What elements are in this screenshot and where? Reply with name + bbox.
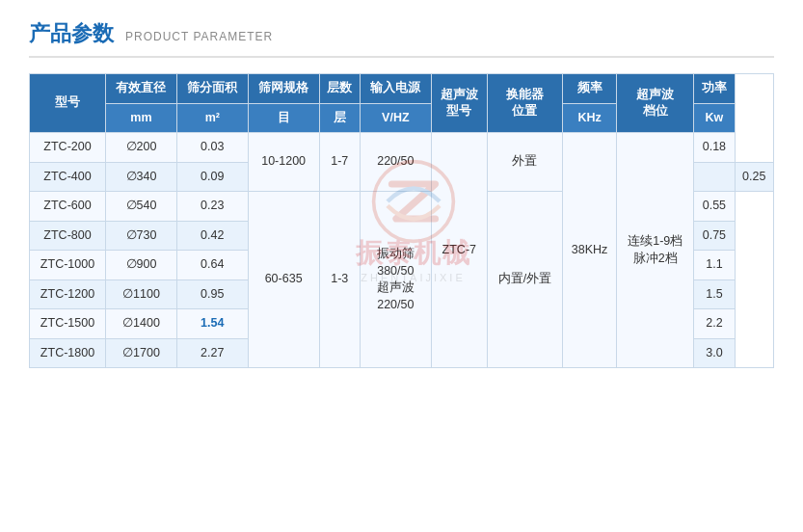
cell-area: 0.64 — [176, 251, 248, 280]
cell-diameter: ∅200 — [106, 133, 177, 163]
cell-model: ZTC-1800 — [30, 338, 106, 368]
col-unit-m2: m² — [176, 103, 248, 133]
cell-freq: 38KHz — [562, 133, 616, 368]
col-header-ultrasonic-model: 超声波型号 — [431, 74, 487, 133]
cell-transducer-2 — [694, 162, 735, 192]
cell-power-kw: 1.5 — [694, 279, 735, 309]
cell-area: 2.27 — [176, 338, 248, 368]
table-container: 振泰机械 ZHENTAIJIXIE 型号 有效直径 筛分面积 筛网规格 层数 输… — [29, 73, 774, 368]
col-header-transducer-pos: 换能器位置 — [487, 74, 562, 133]
cell-model: ZTC-1200 — [30, 279, 106, 309]
cell-power-kw: 0.25 — [735, 162, 773, 192]
cell-area: 0.23 — [176, 192, 248, 222]
cell-transducer-1: 外置 — [487, 133, 562, 192]
cell-diameter: ∅540 — [106, 192, 177, 222]
cell-area: 1.54 — [176, 309, 248, 339]
col-header-diameter: 有效直径 — [106, 74, 177, 104]
cell-layers-1: 1-7 — [319, 133, 360, 192]
col-header-power-input: 输入电源 — [360, 74, 431, 104]
cell-area: 0.09 — [176, 162, 248, 192]
cell-power-kw: 1.1 — [694, 251, 735, 280]
col-unit-mm: mm — [106, 103, 177, 133]
cell-model: ZTC-800 — [30, 221, 106, 251]
product-param-table: 型号 有效直径 筛分面积 筛网规格 层数 输入电源 超声波型号 换能器位置 频率… — [29, 73, 774, 368]
page-wrapper: 产品参数 PRODUCT PARAMETER 振泰机械 ZHENTAIJIXIE… — [0, 0, 803, 532]
cell-diameter: ∅340 — [106, 162, 177, 192]
col-unit-layers: 层 — [319, 103, 360, 133]
col-unit-vhz: V/HZ — [360, 103, 431, 133]
cell-power-kw: 0.55 — [694, 192, 735, 222]
cell-diameter: ∅900 — [106, 251, 177, 280]
cell-model: ZTC-1500 — [30, 309, 106, 339]
header-row-1: 型号 有效直径 筛分面积 筛网规格 层数 输入电源 超声波型号 换能器位置 频率… — [30, 74, 774, 104]
col-header-layers: 层数 — [319, 74, 360, 104]
cell-area: 0.03 — [176, 133, 248, 163]
cell-diameter: ∅730 — [106, 221, 177, 251]
cell-area: 0.42 — [176, 221, 248, 251]
col-header-mesh: 筛网规格 — [248, 74, 319, 104]
col-unit-khz: KHz — [562, 103, 616, 133]
cell-diameter: ∅1100 — [106, 279, 177, 309]
col-header-power-kw: 功率 — [694, 74, 735, 104]
cell-transducer-3: 内置/外置 — [487, 192, 562, 368]
col-header-area: 筛分面积 — [176, 74, 248, 104]
col-header-freq: 频率 — [562, 74, 616, 104]
cell-diameter: ∅1700 — [106, 338, 177, 368]
cell-model: ZTC-400 — [30, 162, 106, 192]
cell-power-input-1: 220/50 — [360, 133, 431, 192]
cell-area: 0.95 — [176, 279, 248, 309]
table-row: ZTC-200 ∅200 0.03 10-1200 1-7 220/50 ZTC… — [30, 133, 774, 163]
cell-power-kw: 0.18 — [694, 133, 735, 163]
cell-power-kw: 2.2 — [694, 309, 735, 339]
cell-mesh-spec-2: 60-635 — [248, 192, 319, 368]
cell-diameter: ∅1400 — [106, 309, 177, 339]
col-header-档位: 超声波档位 — [617, 74, 694, 133]
col-unit-kw: Kw — [694, 103, 735, 133]
cell-model: ZTC-1000 — [30, 251, 106, 280]
col-header-model: 型号 — [30, 74, 106, 133]
cell-power-kw: 0.75 — [694, 221, 735, 251]
cell-model: ZTC-600 — [30, 192, 106, 222]
page-title-area: 产品参数 PRODUCT PARAMETER — [29, 19, 774, 58]
cell-power-input-2: 振动筛 380/50 超声波 220/50 — [360, 192, 431, 368]
col-unit-mesh: 目 — [248, 103, 319, 133]
cell-layers-2: 1-3 — [319, 192, 360, 368]
page-title-cn: 产品参数 — [29, 19, 114, 48]
cell-ultrasonic-model: ZTC-7 — [431, 133, 487, 368]
page-title-en: PRODUCT PARAMETER — [125, 30, 273, 43]
cell-model: ZTC-200 — [30, 133, 106, 163]
cell-mesh-spec-1: 10-1200 — [248, 133, 319, 192]
cell-dang-wei: 连续1-9档 脉冲2档 — [617, 133, 694, 368]
cell-power-kw: 3.0 — [694, 338, 735, 368]
